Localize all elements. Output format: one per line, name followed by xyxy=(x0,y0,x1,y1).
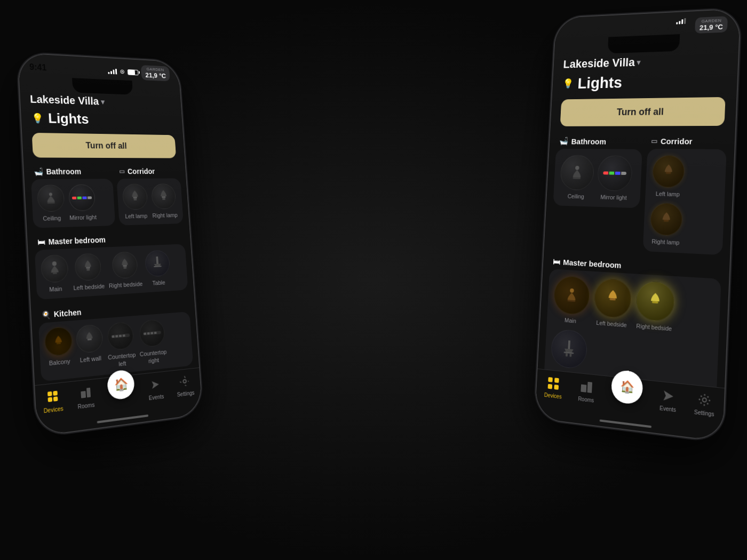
events-icon-left xyxy=(148,377,163,393)
nav-events-right[interactable]: Events xyxy=(659,387,677,413)
devices-icon-right xyxy=(546,375,561,391)
svg-rect-12 xyxy=(156,257,159,264)
leftlamp-label-right: Left lamp xyxy=(656,190,680,198)
nav-rooms-left[interactable]: Rooms xyxy=(76,384,94,410)
device-leftbedside-right[interactable]: Left bedside xyxy=(593,278,632,329)
leftwall-label-left: Left wall xyxy=(80,355,102,364)
battery-left xyxy=(128,69,139,75)
rightlamp-orb-right xyxy=(650,203,683,236)
master-card-right: Main Left bedside xyxy=(544,269,721,388)
device-ceiling-left[interactable]: Ceiling xyxy=(37,185,66,222)
kitchen-left: 🍳 Kitchen Balcony xyxy=(37,297,193,381)
status-bar-left: 9:41 ⊛ GARDEN 21,9 °C xyxy=(18,53,180,83)
leftbedside-label-right: Left bedside xyxy=(596,319,627,329)
svg-point-48 xyxy=(701,395,702,397)
nav-events-left[interactable]: Events xyxy=(148,376,164,401)
device-leftlamp-left[interactable]: Left lamp xyxy=(122,183,148,220)
device-rightbedside-left[interactable]: Right bedside xyxy=(107,251,143,290)
master-bedroom-right: 🛏 Master bedroom Main xyxy=(544,254,722,388)
nav-devices-label-left: Devices xyxy=(44,405,63,414)
nav-rooms-right[interactable]: Rooms xyxy=(578,379,595,403)
nav-settings-left[interactable]: Settings xyxy=(176,373,194,398)
ceiling-orb-right xyxy=(560,155,595,190)
scroll-content-left: 🛁 Bathroom Ce xyxy=(23,164,199,386)
location-right[interactable]: Lakeside Villa ▾ xyxy=(563,55,641,71)
master-card-left: Main Left bedside xyxy=(35,244,188,300)
nav-devices-left[interactable]: Devices xyxy=(43,387,63,414)
nav-events-label-right: Events xyxy=(659,405,676,413)
lights-icon-left: 💡 xyxy=(30,111,44,125)
device-leftbedside-left[interactable]: Left bedside xyxy=(71,253,105,292)
svg-rect-16 xyxy=(47,391,52,396)
svg-point-0 xyxy=(49,193,52,196)
turn-off-btn-right[interactable]: Turn off all xyxy=(560,97,726,126)
kitchen-devices-left: Balcony Left wall xyxy=(44,317,188,375)
svg-rect-42 xyxy=(587,382,592,393)
device-table-left[interactable]: Table xyxy=(145,250,171,287)
device-main-right[interactable]: Main xyxy=(553,276,591,326)
leftlamp-orb-left xyxy=(122,183,148,210)
table-orb-left xyxy=(145,250,171,277)
bathroom-devices-left: Ceiling xyxy=(37,184,110,222)
corridor-devices-left: Left lamp Right lamp xyxy=(122,183,178,220)
nav-center-left[interactable]: 🏠 xyxy=(107,380,135,401)
device-rightlamp-left[interactable]: Right lamp xyxy=(150,183,178,219)
ctleft-orb-left xyxy=(107,322,134,351)
svg-rect-17 xyxy=(53,391,58,396)
bathroom-header-left: 🛁 Bathroom xyxy=(30,164,112,180)
leftbedside-label-left: Left bedside xyxy=(73,283,105,292)
svg-point-51 xyxy=(707,396,709,398)
chevron-right[interactable]: ▾ xyxy=(637,58,640,67)
device-mirror-left[interactable]: Mirror light xyxy=(68,184,97,221)
rightbedside-orb-right xyxy=(635,281,676,322)
bathroom-card-right: Ceiling xyxy=(553,149,642,209)
svg-rect-29 xyxy=(609,298,616,301)
corridor-header-left: ▭ Corridor xyxy=(116,164,180,179)
corridor-icon-right: ▭ xyxy=(651,137,657,145)
device-ceiling-right[interactable]: Ceiling xyxy=(559,155,595,201)
svg-point-50 xyxy=(701,402,702,404)
location-left[interactable]: Lakeside Villa ▾ xyxy=(30,93,105,108)
svg-point-43 xyxy=(703,398,707,402)
kitchen-icon-left: 🍳 xyxy=(41,310,51,320)
svg-rect-5 xyxy=(162,198,165,200)
svg-rect-24 xyxy=(573,177,581,179)
ctright-orb-left xyxy=(139,319,165,348)
nav-center-right[interactable]: 🏠 xyxy=(611,380,643,405)
nav-events-label-left: Events xyxy=(149,394,164,402)
bed-icon-right: 🛏 xyxy=(553,257,560,266)
turn-off-btn-left[interactable]: Turn off all xyxy=(32,133,177,158)
device-main-left[interactable]: Main xyxy=(41,254,69,294)
corridor-header-right: ▭ Corridor xyxy=(648,133,727,149)
nav-devices-label-right: Devices xyxy=(544,392,562,400)
corridor-devices-right: Left lamp Right lamp xyxy=(649,155,720,249)
device-rightbedside-right[interactable]: Right bedside xyxy=(635,281,675,333)
nav-devices-right[interactable]: Devices xyxy=(544,375,563,399)
ceiling-orb-left xyxy=(37,185,65,212)
svg-rect-18 xyxy=(48,397,53,402)
chevron-left[interactable]: ▾ xyxy=(100,98,105,106)
rightbedside-orb-left xyxy=(111,251,138,279)
balcony-label-left: Balcony xyxy=(49,358,70,367)
device-rightlamp-right[interactable]: Right lamp xyxy=(649,203,683,246)
leftlamp-orb-right xyxy=(652,155,685,188)
phone-left: 9:41 ⊛ GARDEN 21,9 °C xyxy=(18,53,202,436)
bathroom-header-right: 🛁 Bathroom xyxy=(556,133,643,149)
mirror-label-right: Mirror light xyxy=(600,194,627,201)
svg-point-23 xyxy=(575,166,579,170)
svg-rect-4 xyxy=(162,196,165,198)
device-mirror-right[interactable]: Mirror light xyxy=(597,155,633,202)
device-ctright-left[interactable]: Countertopright xyxy=(138,319,168,365)
bed-icon-left: 🛏 xyxy=(37,238,45,247)
corridor-icon-left: ▭ xyxy=(119,168,125,175)
device-balcony-left[interactable]: Balcony xyxy=(44,326,74,375)
settings-icon-left xyxy=(178,373,192,390)
svg-rect-33 xyxy=(566,353,568,356)
nav-settings-right[interactable]: Settings xyxy=(694,391,715,418)
device-leftlamp-right[interactable]: Left lamp xyxy=(651,155,685,198)
device-ctleft-left[interactable]: Countertopleft xyxy=(106,322,137,369)
device-leftwall-left[interactable]: Left wall xyxy=(76,324,105,372)
bathroom-icon-left: 🛁 xyxy=(34,167,43,176)
svg-rect-39 xyxy=(548,384,553,389)
wifi-left: ⊛ xyxy=(120,68,125,75)
